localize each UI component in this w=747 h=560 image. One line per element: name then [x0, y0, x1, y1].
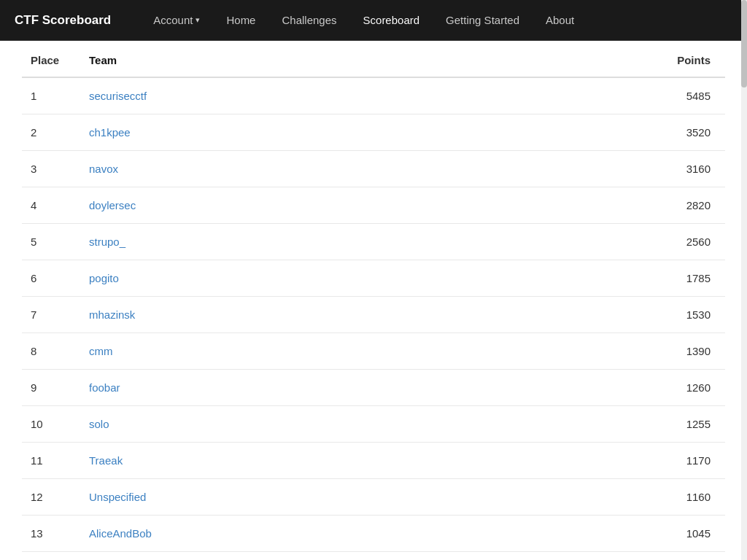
table-row: 1securisecctf5485	[22, 77, 725, 114]
nav-link-scoreboard[interactable]: Scoreboard	[350, 0, 433, 41]
table-row: 9foobar1260	[22, 370, 725, 406]
cell-place: 3	[22, 151, 80, 187]
cell-points: 1785	[638, 260, 725, 297]
scrollbar[interactable]	[741, 0, 747, 560]
cell-points: 1045	[638, 516, 725, 552]
cell-team[interactable]: foobar	[80, 370, 638, 406]
nav-link-getting-started[interactable]: Getting Started	[433, 0, 533, 41]
cell-team[interactable]: doylersec	[80, 187, 638, 224]
table-row: 13AliceAndBob1045	[22, 516, 725, 552]
table-row: 10solo1255	[22, 406, 725, 443]
cell-points: 1530	[638, 297, 725, 333]
table-row: 12Unspecified1160	[22, 479, 725, 516]
cell-team[interactable]: cmm	[80, 333, 638, 370]
cell-place: 5	[22, 224, 80, 260]
cell-team[interactable]: strupo_	[80, 224, 638, 260]
cell-points: 5485	[638, 77, 725, 114]
scoreboard-table: Place Team Points 1securisecctf54852ch1k…	[22, 41, 725, 560]
cell-points: 1170	[638, 443, 725, 479]
table-row: 2ch1kpee3520	[22, 114, 725, 151]
cell-team[interactable]: CPU_Pirate	[80, 552, 638, 561]
cell-team[interactable]: Traeak	[80, 443, 638, 479]
cell-place: 14	[22, 552, 80, 561]
cell-points: 2820	[638, 187, 725, 224]
table-header: Place Team Points	[22, 41, 725, 77]
nav-links: Account ▾ Home Challenges Scoreboard Get…	[140, 0, 587, 41]
table-row: 7mhazinsk1530	[22, 297, 725, 333]
scrollbar-thumb[interactable]	[741, 0, 747, 88]
cell-team[interactable]: pogito	[80, 260, 638, 297]
table-body: 1securisecctf54852ch1kpee35203navox31604…	[22, 77, 725, 560]
column-header-team: Team	[80, 41, 638, 77]
cell-place: 2	[22, 114, 80, 151]
cell-points: 3520	[638, 114, 725, 151]
cell-team[interactable]: solo	[80, 406, 638, 443]
cell-place: 11	[22, 443, 80, 479]
cell-team[interactable]: securisecctf	[80, 77, 638, 114]
table-row: 6pogito1785	[22, 260, 725, 297]
cell-place: 1	[22, 77, 80, 114]
main-content: Place Team Points 1securisecctf54852ch1k…	[0, 41, 747, 560]
table-row: 5strupo_2560	[22, 224, 725, 260]
cell-points: 1035	[638, 552, 725, 561]
cell-place: 9	[22, 370, 80, 406]
cell-points: 1160	[638, 479, 725, 516]
nav-link-home[interactable]: Home	[213, 0, 268, 41]
cell-team[interactable]: Unspecified	[80, 479, 638, 516]
column-header-points: Points	[638, 41, 725, 77]
nav-link-challenges[interactable]: Challenges	[268, 0, 349, 41]
cell-place: 4	[22, 187, 80, 224]
cell-points: 1255	[638, 406, 725, 443]
cell-team[interactable]: navox	[80, 151, 638, 187]
cell-place: 13	[22, 516, 80, 552]
cell-team[interactable]: mhazinsk	[80, 297, 638, 333]
cell-place: 8	[22, 333, 80, 370]
table-row: 4doylersec2820	[22, 187, 725, 224]
cell-place: 7	[22, 297, 80, 333]
table-row: 8cmm1390	[22, 333, 725, 370]
cell-points: 1260	[638, 370, 725, 406]
cell-team[interactable]: AliceAndBob	[80, 516, 638, 552]
table-row: 3navox3160	[22, 151, 725, 187]
cell-place: 6	[22, 260, 80, 297]
cell-place: 10	[22, 406, 80, 443]
cell-points: 1390	[638, 333, 725, 370]
column-header-place: Place	[22, 41, 80, 77]
table-row: 11Traeak1170	[22, 443, 725, 479]
table-row: 14CPU_Pirate1035	[22, 552, 725, 561]
dropdown-arrow-icon: ▾	[196, 15, 200, 25]
nav-link-account[interactable]: Account ▾	[140, 0, 213, 41]
cell-points: 3160	[638, 151, 725, 187]
navbar: CTF Scoreboard Account ▾ Home Challenges…	[0, 0, 747, 41]
nav-link-about[interactable]: About	[533, 0, 587, 41]
cell-place: 12	[22, 479, 80, 516]
cell-points: 2560	[638, 224, 725, 260]
nav-brand: CTF Scoreboard	[15, 13, 111, 28]
cell-team[interactable]: ch1kpee	[80, 114, 638, 151]
